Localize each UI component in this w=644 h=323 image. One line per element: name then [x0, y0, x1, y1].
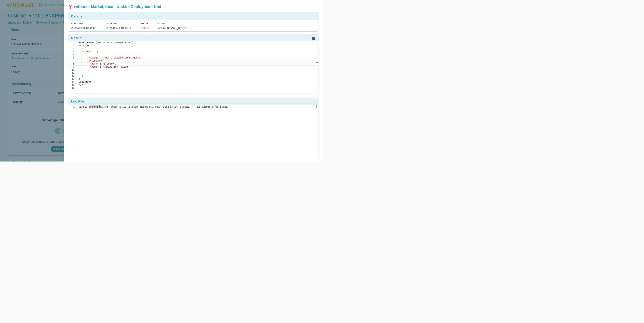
svg-text:2024-03-28T09:45:02.727Z [ERRO: 2024-03-28T09:45:02.727Z [ERROR] Failed … — [79, 105, 228, 108]
svg-text:1: 1 — [72, 105, 74, 108]
